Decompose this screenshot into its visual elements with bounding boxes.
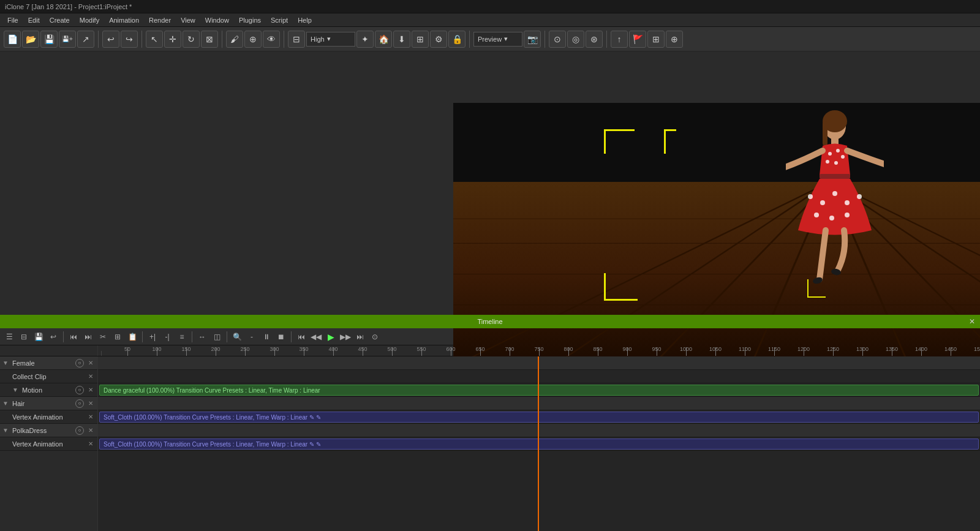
menu-create[interactable]: Create — [45, 15, 75, 25]
timeline-section: Timeline ✕ ☰ ⊟ 💾 ↩ ⏮ ⏭ ✂ ⊞ 📋 +| -| ≡ — [0, 315, 980, 531]
menu-animation[interactable]: Animation — [104, 15, 144, 25]
tl-step-back-btn[interactable]: ◀◀ — [309, 330, 323, 344]
render-btn[interactable]: ⊙ — [549, 31, 566, 48]
tl-menu-btn[interactable]: ☰ — [2, 330, 16, 344]
save-as-button[interactable]: 💾+ — [59, 31, 76, 48]
add-button[interactable]: ⊞ — [412, 31, 429, 48]
svg-point-20 — [841, 155, 845, 159]
hair-vis-icon[interactable]: ○ — [75, 399, 84, 408]
menu-render[interactable]: Render — [144, 15, 176, 25]
svg-point-28 — [857, 194, 862, 199]
vertex-dress-close-icon[interactable]: ✕ — [86, 440, 95, 448]
timeline-close-icon[interactable]: ✕ — [969, 317, 975, 326]
vertex-hair-clip[interactable]: Soft_Cloth (100.00%) Transition Curve Pr… — [99, 412, 979, 423]
hair-close-icon[interactable]: ✕ — [86, 399, 95, 408]
tl-sep2 — [142, 331, 143, 342]
track-label-female[interactable]: ▼ Female ○ ✕ — [0, 356, 97, 370]
sep5 — [469, 31, 470, 48]
expand-female-icon[interactable]: ▼ — [2, 360, 10, 366]
tl-del-key-btn[interactable]: -| — [160, 330, 174, 344]
tl-next-btn[interactable]: ⏭ — [81, 330, 95, 344]
vertex-hair-row[interactable]: Soft_Cloth (100.00%) Transition Curve Pr… — [98, 410, 980, 424]
plus-btn[interactable]: ⊕ — [666, 31, 683, 48]
home-button[interactable]: 🏠 — [375, 31, 392, 48]
vertex-dress-clip[interactable]: Soft_Cloth (100.00%) Transition Curve Pr… — [99, 439, 979, 450]
quality-dropdown[interactable]: High ▾ — [306, 32, 355, 47]
menu-view[interactable]: View — [176, 15, 200, 25]
export-button[interactable]: ↗ — [77, 31, 94, 48]
tl-step-fwd-btn[interactable]: ▶▶ — [339, 330, 352, 344]
scale-button[interactable]: ⊠ — [201, 31, 218, 48]
export2-btn[interactable]: ↑ — [611, 31, 628, 48]
tl-zoom-btn[interactable]: 🔍 — [230, 330, 244, 344]
polka-close-icon[interactable]: ✕ — [86, 426, 95, 435]
camera-button[interactable]: 📷 — [524, 31, 541, 48]
preview-dropdown[interactable]: Preview ▾ — [473, 32, 522, 47]
tl-record-btn[interactable]: ⊙ — [368, 330, 382, 344]
frame-button[interactable]: ⊟ — [288, 31, 305, 48]
expand-hair-icon[interactable]: ▼ — [2, 400, 10, 407]
menu-plugins[interactable]: Plugins — [234, 15, 266, 25]
move-button[interactable]: ✛ — [164, 31, 181, 48]
vertex-dress-row[interactable]: Soft_Cloth (100.00%) Transition Curve Pr… — [98, 437, 980, 451]
tl-prev-btn[interactable]: ⏮ — [67, 330, 80, 344]
tl-copy-btn[interactable]: ⊞ — [111, 330, 124, 344]
tl-tracks-btn[interactable]: ≡ — [175, 330, 189, 344]
polka-vis-icon[interactable]: ○ — [75, 426, 84, 435]
track-label-motion[interactable]: ▼ Motion ○ ✕ — [0, 383, 97, 397]
tl-play-btn[interactable]: ▶ — [324, 330, 337, 344]
tl-pause-btn[interactable]: ⏸ — [260, 330, 273, 344]
female-close-icon[interactable]: ✕ — [86, 359, 95, 367]
motion-close-icon[interactable]: ✕ — [86, 386, 95, 394]
menu-edit[interactable]: Edit — [23, 15, 45, 25]
tl-end-btn[interactable]: ⏭ — [353, 330, 367, 344]
save-button[interactable]: 💾 — [40, 31, 58, 48]
track-label-collect-clip[interactable]: Collect Clip ✕ — [0, 370, 97, 383]
tl-list-btn[interactable]: ⊟ — [17, 330, 31, 344]
new-button[interactable]: 📄 — [4, 31, 21, 48]
menu-modify[interactable]: Modify — [75, 15, 104, 25]
paint-button[interactable]: 🖌 — [226, 31, 243, 48]
settings-button[interactable]: ⚙ — [430, 31, 447, 48]
expand-motion-icon[interactable]: ▼ — [12, 386, 20, 393]
track-label-hair[interactable]: ▼ Hair ○ ✕ — [0, 397, 97, 410]
tl-save-btn[interactable]: 💾 — [32, 330, 45, 344]
motion-clip[interactable]: Dance graceful (100.00%) Transition Curv… — [99, 385, 979, 396]
lock-button[interactable]: 🔒 — [448, 31, 466, 48]
menu-window[interactable]: Window — [200, 15, 234, 25]
motion-row[interactable]: Dance graceful (100.00%) Transition Curv… — [98, 383, 980, 397]
down-button[interactable]: ⬇ — [393, 31, 410, 48]
light-button[interactable]: ✦ — [356, 31, 374, 48]
tl-stop-btn[interactable]: ⏹ — [274, 330, 288, 344]
menu-script[interactable]: Script — [266, 15, 293, 25]
render2-btn[interactable]: ◎ — [567, 31, 584, 48]
tl-cut-btn[interactable]: ✂ — [96, 330, 110, 344]
eye-button[interactable]: 👁 — [263, 31, 280, 48]
track-label-vertex-hair[interactable]: Vertex Animation ✕ — [0, 410, 97, 424]
tl-fit-btn[interactable]: ◫ — [210, 330, 224, 344]
expand-polka-icon[interactable]: ▼ — [2, 427, 10, 434]
track-label-vertex-dress[interactable]: Vertex Animation ✕ — [0, 437, 97, 451]
select-button[interactable]: ↖ — [146, 31, 163, 48]
vertex-hair-close-icon[interactable]: ✕ — [86, 413, 95, 421]
tl-paste-btn[interactable]: 📋 — [126, 330, 139, 344]
tl-add-key-btn[interactable]: +| — [146, 330, 159, 344]
tl-rew-btn[interactable]: ⏮ — [295, 330, 308, 344]
rotate-button[interactable]: ↻ — [183, 31, 200, 48]
undo-button[interactable]: ↩ — [102, 31, 119, 48]
tl-undo-btn[interactable]: ↩ — [47, 330, 60, 344]
track-label-polkadress[interactable]: ▼ PolkaDress ○ ✕ — [0, 424, 97, 437]
menu-help[interactable]: Help — [293, 15, 317, 25]
flag-btn[interactable]: 🚩 — [629, 31, 646, 48]
open-button[interactable]: 📂 — [22, 31, 39, 48]
gizmo-button[interactable]: ⊕ — [244, 31, 262, 48]
redo-button[interactable]: ↪ — [121, 31, 138, 48]
menu-file[interactable]: File — [2, 15, 23, 25]
grid-btn[interactable]: ⊞ — [647, 31, 665, 48]
motion-vis-icon[interactable]: ○ — [75, 386, 84, 394]
female-vis-icon[interactable]: ○ — [75, 359, 84, 367]
tl-zoom-out-btn[interactable]: - — [245, 330, 258, 344]
collect-clip-close-icon[interactable]: ✕ — [86, 372, 95, 381]
render3-btn[interactable]: ⊛ — [586, 31, 603, 48]
tl-scale-btn[interactable]: ↔ — [195, 330, 209, 344]
